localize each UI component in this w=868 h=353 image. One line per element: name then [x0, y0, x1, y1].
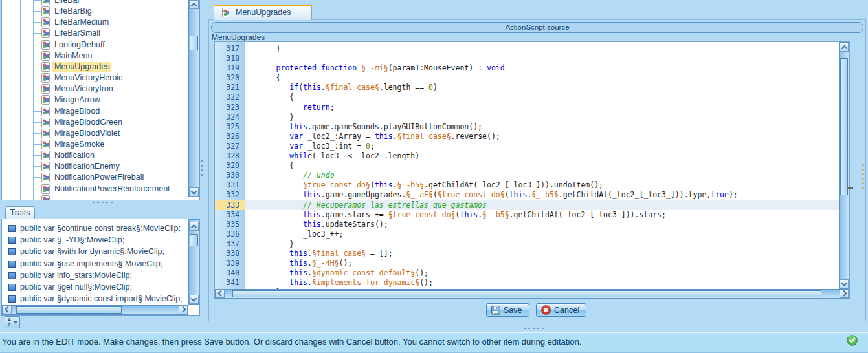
- code-line[interactable]: return;: [245, 103, 839, 112]
- tree-item-label: MirageBloodViolet: [52, 129, 122, 138]
- tree-item[interactable]: LifeBarBig: [2, 6, 188, 17]
- scroll-right-button[interactable]: [840, 290, 849, 298]
- code-line[interactable]: {: [245, 92, 839, 102]
- sprite-icon: [41, 129, 50, 138]
- traits-vertical-scrollbar[interactable]: [188, 219, 199, 305]
- editor-vertical-scrollbar[interactable]: [839, 42, 849, 289]
- code-line[interactable]: {: [245, 73, 839, 83]
- tree-item[interactable]: MirageBlood: [2, 106, 188, 117]
- chevron-up-icon: [841, 45, 847, 51]
- traits-horizontal-scrollbar[interactable]: [2, 305, 188, 315]
- tree-connector: [33, 89, 41, 89]
- trait-item[interactable]: public var §continue const break§:MovieC…: [2, 222, 188, 234]
- code-line[interactable]: this.§implements for dynamic§();: [245, 278, 839, 288]
- code-line[interactable]: }: [245, 112, 839, 122]
- code-line[interactable]: var _loc2_:Array = this.§final case§.rev…: [245, 132, 839, 142]
- trait-label: public var §_-YD§:MovieClip;: [20, 235, 124, 244]
- tree-item[interactable]: Notification: [2, 150, 188, 161]
- scroll-up-button[interactable]: [189, 222, 199, 231]
- right-pane-splitter[interactable]: [862, 163, 864, 190]
- editor-horizontal-scrollbar[interactable]: [215, 289, 849, 299]
- trait-item[interactable]: public var §use implements§:MovieClip;: [2, 258, 188, 270]
- panel-status-splitter[interactable]: [522, 327, 546, 330]
- traits-scrollbar-thumb-h[interactable]: [16, 306, 122, 314]
- code-line[interactable]: }: [245, 239, 839, 249]
- trait-item[interactable]: public var §_-YD§:MovieClip;: [2, 234, 188, 246]
- tree-connector: [33, 22, 41, 23]
- app-window: { "sprite_tree": { "selected_index": 6, …: [0, 0, 868, 353]
- left-right-splitter[interactable]: [201, 159, 203, 178]
- code-line[interactable]: this.updateStars();: [245, 220, 839, 230]
- code-line[interactable]: {: [245, 161, 839, 171]
- tree-item[interactable]: MirageBloodViolet: [2, 128, 188, 139]
- tree-item[interactable]: MirageBloodGreen: [2, 117, 188, 128]
- code-line[interactable]: }: [245, 44, 839, 54]
- cancel-icon: [541, 305, 551, 315]
- scroll-right-button[interactable]: [179, 306, 188, 314]
- trait-item[interactable]: public var §with for dynamic§:MovieClip;: [2, 246, 188, 257]
- tree-item[interactable]: LifeBar: [2, 0, 188, 6]
- code-line[interactable]: protected function §_-mi§(param1:MouseEv…: [245, 63, 839, 73]
- tree-item[interactable]: LifeBarMedium: [2, 17, 188, 28]
- sprite-icon: [41, 62, 50, 72]
- sprite-icon: [41, 195, 50, 200]
- tab-menuupgrades[interactable]: MenuUpgrades: [214, 5, 312, 20]
- scroll-up-button[interactable]: [840, 43, 849, 52]
- code-line[interactable]: // undo: [245, 171, 839, 180]
- scroll-left-button[interactable]: [3, 306, 12, 314]
- code-line[interactable]: [245, 54, 839, 63]
- tree-item[interactable]: NotificationPowerFireball: [2, 172, 188, 183]
- editor-scrollbar-thumb[interactable]: [840, 58, 848, 195]
- traits-panel: public var §continue const break§:MovieC…: [1, 219, 200, 316]
- code-lines[interactable]: } protected function §_-mi§(param1:Mouse…: [245, 42, 839, 289]
- tree-item[interactable]: MirageArrow: [2, 94, 188, 105]
- scroll-down-button[interactable]: [189, 187, 199, 197]
- code-line[interactable]: if(this.§final case§.length == 0): [245, 83, 839, 92]
- tree-vertical-scrollbar[interactable]: [188, 0, 199, 197]
- sort-az-button[interactable]: AZ: [5, 316, 20, 328]
- code-line[interactable]: this.game.stars += §true const do§(this.…: [245, 210, 839, 220]
- tree-item[interactable]: MainMenu: [2, 50, 188, 61]
- code-line[interactable]: this.§final case§ = [];: [245, 249, 839, 259]
- line-number: 339: [215, 259, 245, 268]
- scroll-down-button[interactable]: [840, 279, 849, 288]
- code-editor[interactable]: 3173183193203213223233243253263273283293…: [214, 41, 850, 299]
- save-button[interactable]: Save: [486, 303, 529, 317]
- traits-scrollbar-thumb[interactable]: [190, 234, 198, 246]
- code-line[interactable]: this.game.gameSounds.playGUIButtonCommon…: [245, 122, 839, 132]
- code-line[interactable]: _loc3_++;: [245, 230, 839, 239]
- trait-item[interactable]: public var §get null§:MovieClip;: [2, 281, 188, 293]
- tree-item[interactable]: NotificationPowerReinforcement: [2, 184, 188, 195]
- code-line[interactable]: var _loc3_:int = 0;: [245, 142, 839, 151]
- tree-item[interactable]: MenuVictoryIron: [2, 83, 188, 94]
- tree-item[interactable]: LifeBarSmall: [2, 28, 188, 39]
- tree-item-label: LifeBar: [52, 0, 82, 5]
- tree-traits-splitter[interactable]: [91, 201, 115, 204]
- tree-scrollbar-thumb[interactable]: [190, 36, 198, 50]
- tree-item[interactable]: NotificationEnemy: [2, 161, 188, 172]
- trait-item[interactable]: public var §dynamic const import§:MovieC…: [2, 293, 188, 305]
- tree-item[interactable]: MenuVictoryHeroic: [2, 72, 188, 83]
- trait-item[interactable]: public var info_stars:MovieClip;: [2, 270, 188, 281]
- scroll-left-button[interactable]: [216, 290, 225, 298]
- tree-connector: [33, 189, 41, 189]
- tab-traits[interactable]: Traits: [5, 206, 35, 219]
- tree-item[interactable]: LootingDebuff: [2, 39, 188, 50]
- tree-item-label: LifeBarMedium: [52, 17, 111, 27]
- code-line[interactable]: // Recuperamos las estrellas que gastamo…: [245, 200, 839, 210]
- code-line[interactable]: this.§dynamic const default§();: [245, 268, 839, 278]
- scroll-up-button[interactable]: [189, 0, 199, 9]
- code-line[interactable]: while(_loc3_ < _loc2_.length): [245, 151, 839, 161]
- code-line[interactable]: §true const do§(this.§_-b5§.getChildAt(_…: [245, 180, 839, 190]
- cancel-button[interactable]: Cancel: [536, 303, 586, 317]
- tree-item[interactable]: MirageSmoke: [2, 139, 188, 150]
- code-line[interactable]: this.§_-4H§();: [245, 259, 839, 268]
- editor-scrollbar-thumb-h[interactable]: [232, 290, 821, 297]
- scroll-down-button[interactable]: [189, 295, 199, 304]
- tree-item[interactable]: MenuUpgrades: [2, 61, 188, 72]
- tree-item-label: LootingDebuff: [52, 40, 107, 50]
- tree-item[interactable]: [2, 195, 188, 200]
- sprite-icon: [41, 51, 50, 61]
- code-line[interactable]: this.game.gameUpgrades.§_-aE§(§true cons…: [245, 190, 839, 200]
- line-number: 341: [215, 278, 245, 288]
